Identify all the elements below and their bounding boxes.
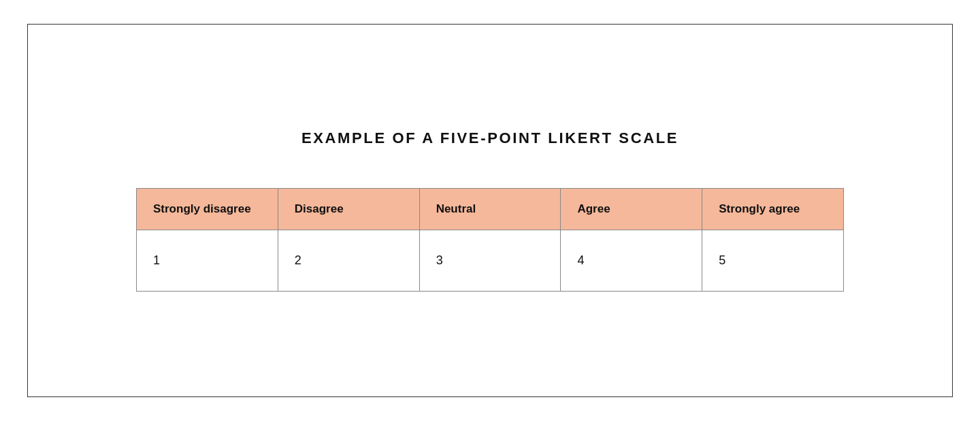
header-agree: Agree [561, 189, 702, 230]
value-3: 3 [419, 230, 561, 292]
header-disagree: Disagree [278, 189, 419, 230]
value-5: 5 [702, 230, 844, 292]
page-title: EXAMPLE OF A FIVE-POINT LIKERT SCALE [301, 129, 679, 147]
table-header-row: Strongly disagree Disagree Neutral Agree… [137, 189, 844, 230]
value-4: 4 [561, 230, 702, 292]
header-strongly-disagree: Strongly disagree [137, 189, 278, 230]
likert-scale-table: Strongly disagree Disagree Neutral Agree… [136, 188, 844, 292]
value-2: 2 [278, 230, 419, 292]
main-container: EXAMPLE OF A FIVE-POINT LIKERT SCALE Str… [27, 24, 953, 397]
table-value-row: 1 2 3 4 5 [137, 230, 844, 292]
header-neutral: Neutral [419, 189, 561, 230]
header-strongly-agree: Strongly agree [702, 189, 844, 230]
value-1: 1 [137, 230, 278, 292]
